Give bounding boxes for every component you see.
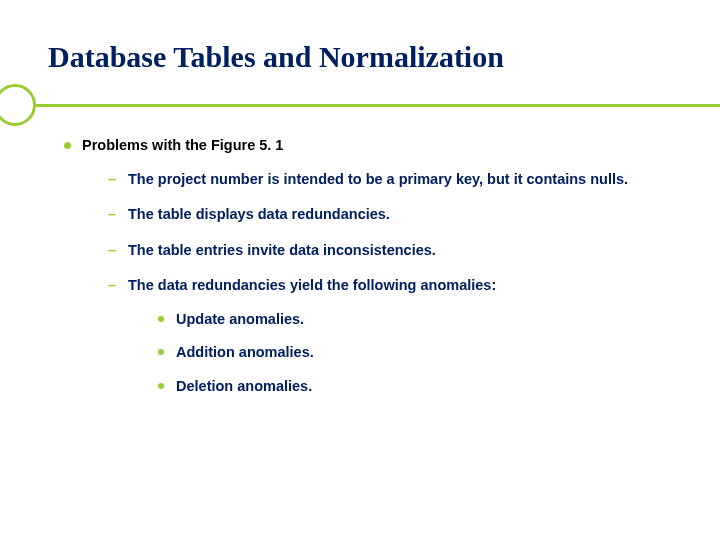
bullet-list-l2: The project number is intended to be a p… [82, 170, 672, 397]
bullet-text: Problems with the Figure 5. 1 [82, 137, 283, 153]
decorative-bar [36, 104, 720, 107]
list-item: The data redundancies yield the followin… [108, 276, 672, 396]
bullet-text: Deletion anomalies. [176, 378, 312, 394]
bullet-list-l1: Problems with the Figure 5. 1 The projec… [60, 136, 672, 397]
title-underline [48, 86, 672, 114]
list-item: Update anomalies. [156, 310, 672, 330]
slide-content: Problems with the Figure 5. 1 The projec… [48, 136, 672, 397]
list-item: The table entries invite data inconsiste… [108, 241, 672, 261]
list-item: Problems with the Figure 5. 1 The projec… [60, 136, 672, 397]
bullet-text: The table displays data redundancies. [128, 206, 390, 222]
bullet-list-l3: Update anomalies. Addition anomalies. De… [128, 310, 672, 397]
bullet-text: The project number is intended to be a p… [128, 171, 628, 187]
slide: Database Tables and Normalization Proble… [0, 0, 720, 540]
bullet-text: Update anomalies. [176, 311, 304, 327]
bullet-text: The data redundancies yield the followin… [128, 277, 496, 293]
list-item: The table displays data redundancies. [108, 205, 672, 225]
decorative-circle [0, 84, 36, 126]
bullet-text: The table entries invite data inconsiste… [128, 242, 436, 258]
slide-title: Database Tables and Normalization [48, 40, 672, 74]
list-item: The project number is intended to be a p… [108, 170, 672, 190]
list-item: Deletion anomalies. [156, 377, 672, 397]
bullet-text: Addition anomalies. [176, 344, 314, 360]
list-item: Addition anomalies. [156, 343, 672, 363]
